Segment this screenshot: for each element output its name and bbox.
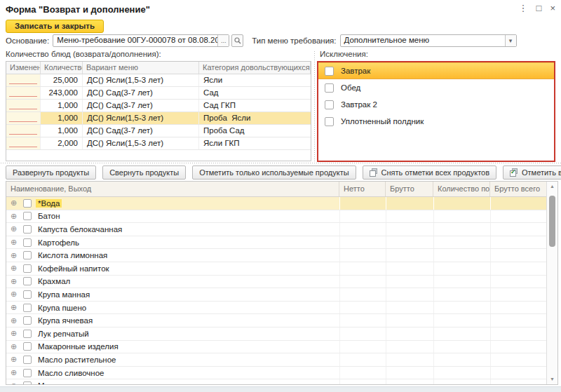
- product-portions-cell[interactable]: [433, 197, 490, 210]
- product-checkbox[interactable]: [23, 381, 32, 384]
- scroll-down-icon[interactable]: ▼: [547, 376, 557, 383]
- unmark-all-products-button[interactable]: Снять отметки всех продуктов: [363, 165, 496, 180]
- product-row[interactable]: ⊕*Вода: [6, 197, 546, 210]
- product-name-cell[interactable]: ⊕Крахмал: [6, 276, 339, 288]
- basis-value[interactable]: Меню-требование 00ГУ-000078 от 08.08.202…: [53, 35, 217, 46]
- product-checkbox[interactable]: [23, 369, 32, 377]
- dish-variant-cell[interactable]: ДС() Сад(3-7 лет): [83, 87, 199, 99]
- dish-change-cell[interactable]: [6, 112, 41, 124]
- product-name-cell[interactable]: ⊕Картофель: [6, 236, 339, 249]
- product-netto-cell[interactable]: [339, 197, 386, 210]
- menu-type-value[interactable]: Дополнительное меню: [341, 35, 505, 46]
- product-netto-cell[interactable]: [339, 249, 386, 262]
- mark-all-products-button[interactable]: ✓ Отметить все продукты: [503, 165, 561, 180]
- product-brutto-total-cell[interactable]: [490, 367, 546, 379]
- expand-node-icon[interactable]: ⊕: [11, 290, 19, 298]
- expand-node-icon[interactable]: ⊕: [11, 264, 19, 272]
- product-brutto-cell[interactable]: [386, 249, 433, 262]
- mark-used-products-button[interactable]: Отметить только используемые продукты: [192, 165, 356, 180]
- dish-variant-cell[interactable]: ДС() Ясли(1,5-3 лет): [83, 137, 199, 149]
- expand-node-icon[interactable]: ⊕: [11, 330, 19, 337]
- product-row[interactable]: ⊕Капуста белокачанная: [6, 223, 546, 236]
- dish-category-cell[interactable]: Сад: [199, 87, 311, 99]
- product-netto-cell[interactable]: [339, 367, 386, 379]
- dish-qty-cell[interactable]: 1,000: [41, 112, 83, 124]
- exclusion-checkbox[interactable]: [325, 83, 334, 93]
- product-name-cell[interactable]: ⊕Капуста белокачанная: [6, 223, 339, 236]
- choose-button[interactable]: ...: [217, 35, 229, 46]
- product-name-cell[interactable]: ⊕Лук репчатый: [6, 327, 339, 340]
- expand-products-button[interactable]: Развернуть продукты: [6, 165, 96, 180]
- product-brutto-total-cell[interactable]: [490, 288, 546, 301]
- product-checkbox[interactable]: [23, 342, 32, 351]
- expand-node-icon[interactable]: ⊕: [11, 356, 19, 363]
- dish-variant-cell[interactable]: ДС() Ясли(1,5-3 лет): [83, 74, 199, 86]
- product-portions-cell[interactable]: [433, 249, 490, 262]
- column-header-change[interactable]: Изменение: [6, 62, 41, 74]
- basis-field[interactable]: Меню-требование 00ГУ-000078 от 08.08.202…: [53, 34, 229, 47]
- product-checkbox[interactable]: [23, 290, 32, 299]
- product-row[interactable]: ⊕Лук репчатый: [6, 327, 546, 341]
- product-portions-cell[interactable]: [433, 288, 490, 301]
- close-icon[interactable]: ×: [550, 3, 555, 14]
- product-portions-cell[interactable]: [433, 223, 490, 236]
- product-brutto-cell[interactable]: [386, 236, 433, 249]
- vertical-splitter[interactable]: [313, 50, 316, 162]
- dish-qty-cell[interactable]: 1,000: [41, 100, 83, 111]
- product-portions-cell[interactable]: [433, 262, 490, 275]
- product-brutto-total-cell[interactable]: [490, 262, 546, 275]
- product-checkbox[interactable]: [23, 238, 32, 247]
- product-row[interactable]: ⊕Масло сливочное: [6, 367, 546, 380]
- product-brutto-total-cell[interactable]: [490, 249, 546, 262]
- product-brutto-cell[interactable]: [386, 353, 433, 366]
- dishes-table-row[interactable]: 25,000ДС() Ясли(1,5-3 лет)Ясли: [6, 74, 311, 87]
- product-brutto-total-cell[interactable]: [490, 197, 546, 210]
- exclusion-item[interactable]: Обед: [318, 79, 554, 96]
- product-netto-cell[interactable]: [339, 314, 386, 327]
- product-name-cell[interactable]: ⊕Крупа манная: [6, 288, 339, 301]
- column-header-qty[interactable]: Количество: [41, 62, 83, 74]
- product-checkbox[interactable]: [23, 316, 32, 325]
- dish-variant-cell[interactable]: ДС() Сад(3-7 лет): [83, 125, 199, 137]
- expand-node-icon[interactable]: ⊕: [11, 225, 19, 233]
- dish-qty-cell[interactable]: 243,000: [41, 87, 83, 99]
- dish-change-cell[interactable]: [6, 125, 41, 137]
- dishes-table-row[interactable]: 243,000ДС() Сад(3-7 лет)Сад: [6, 87, 311, 100]
- product-name-cell[interactable]: ⊕*Вода: [6, 197, 339, 210]
- product-netto-cell[interactable]: [339, 341, 386, 353]
- expand-node-icon[interactable]: ⊕: [11, 304, 19, 311]
- product-name-cell[interactable]: ⊕Молоко: [6, 379, 339, 384]
- product-name-cell[interactable]: ⊕Масло растительное: [6, 353, 339, 366]
- expand-node-icon[interactable]: ⊕: [11, 382, 19, 384]
- exclusion-checkbox[interactable]: [325, 117, 334, 126]
- product-portions-cell[interactable]: [433, 341, 490, 353]
- dish-variant-cell[interactable]: ДС() Ясли(1,5-3 лет): [83, 112, 199, 124]
- expand-node-icon[interactable]: ⊕: [11, 369, 19, 377]
- product-netto-cell[interactable]: [339, 223, 386, 236]
- product-portions-cell[interactable]: [433, 210, 490, 223]
- dish-change-cell[interactable]: [6, 74, 41, 86]
- product-brutto-total-cell[interactable]: [490, 223, 546, 236]
- horizontal-splitter[interactable]: [0, 162, 561, 164]
- expand-node-icon[interactable]: ⊕: [11, 278, 19, 285]
- product-name-cell[interactable]: ⊕Крупа ячневая: [6, 314, 339, 327]
- product-row[interactable]: ⊕Макаронные изделия: [6, 341, 546, 354]
- product-portions-cell[interactable]: [433, 367, 490, 379]
- product-brutto-cell[interactable]: [386, 314, 433, 327]
- product-portions-cell[interactable]: [433, 236, 490, 249]
- product-brutto-cell[interactable]: [386, 223, 433, 236]
- maximize-icon[interactable]: □: [536, 3, 542, 14]
- product-brutto-total-cell[interactable]: [490, 236, 546, 249]
- scrollbar-thumb[interactable]: [549, 196, 555, 247]
- exclusion-item[interactable]: Завтрак 2: [318, 96, 554, 113]
- save-and-close-button[interactable]: Записать и закрыть: [6, 20, 104, 33]
- dish-qty-cell[interactable]: 2,000: [41, 137, 83, 149]
- product-row[interactable]: ⊕Крупа манная: [6, 288, 546, 302]
- expand-node-icon[interactable]: ⊕: [11, 252, 19, 259]
- product-checkbox[interactable]: [23, 212, 32, 220]
- product-row[interactable]: ⊕Картофель: [6, 236, 546, 250]
- expand-node-icon[interactable]: ⊕: [11, 212, 19, 220]
- product-brutto-cell[interactable]: [386, 288, 433, 301]
- product-row[interactable]: ⊕Кофейный напиток: [6, 262, 546, 276]
- chevron-down-icon[interactable]: ▾: [505, 35, 516, 46]
